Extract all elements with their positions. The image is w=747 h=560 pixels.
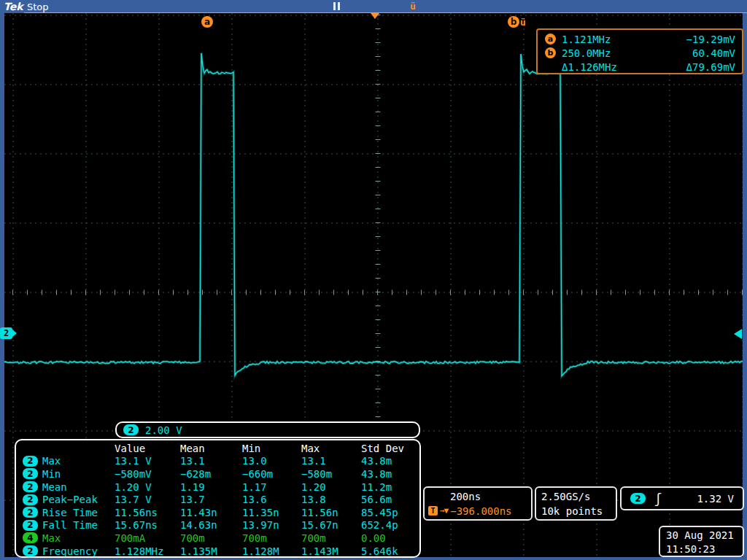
cursor-b-value: 60.40mV	[692, 47, 735, 59]
channel-badge: 2	[23, 481, 38, 492]
channel-badge: 2	[123, 424, 139, 435]
trigger-delay-value: −396.000ns	[450, 505, 511, 517]
measurement-value: 13.7 V	[115, 494, 180, 505]
measurements-panel: Value Mean Min Max Std Dev 2Max13.1 V13.…	[15, 439, 421, 558]
channel-badge: 2	[0, 327, 12, 339]
measurement-max: 1.20	[301, 481, 361, 493]
trigger-level-marker[interactable]	[734, 329, 742, 339]
measurement-row: 2Min−580mV−628m−660m−580m43.8m	[23, 467, 419, 481]
measurement-name: Max	[42, 532, 61, 544]
measurement-name: Rise Time	[42, 507, 98, 518]
cursor-delta-value: Δ79.69mV	[686, 61, 735, 73]
measurement-row: 2Frequency1.128MHz1.135M1.128M1.143M5.64…	[23, 545, 419, 558]
measurement-min: 13.6	[242, 494, 301, 505]
cursor-a-row: a 1.121MHz −19.29mV	[545, 32, 735, 46]
measurement-mean: 13.7	[180, 494, 242, 505]
measurement-stddev: 85.45p	[361, 507, 419, 518]
measurement-max: 13.1	[301, 455, 361, 467]
measurement-value: 700mA	[115, 532, 180, 544]
cursor-a-frequency: 1.121MHz	[562, 34, 611, 45]
measurement-min: −660m	[242, 468, 301, 480]
measurement-mean: 700m	[180, 532, 242, 544]
channel-badge: 2	[23, 507, 38, 518]
trigger-box[interactable]: 2 ʃ 1.32 V	[620, 486, 744, 510]
channel-badge: 4	[23, 532, 38, 543]
channel2-position-marker[interactable]: 2	[0, 327, 17, 339]
measurement-name: Min	[42, 468, 61, 480]
header-value: Value	[115, 443, 180, 454]
measurement-name: Max	[42, 455, 61, 467]
channel-badge: 2	[23, 456, 38, 467]
measurement-name: Mean	[42, 481, 67, 493]
cursor-a-flag[interactable]: a	[201, 16, 213, 28]
measurement-name: Frequency	[42, 545, 98, 557]
measurement-stddev: 11.2m	[361, 481, 419, 493]
measurement-min: 1.128M	[242, 545, 301, 557]
measurement-value: 15.67ns	[115, 519, 180, 531]
measurement-row: 2Peak−Peak13.7 V13.713.613.856.6m	[23, 493, 419, 506]
measurement-max: 700m	[301, 532, 361, 544]
trigger-flag-icon: T	[428, 506, 438, 516]
measurement-stddev: 43.8m	[361, 468, 419, 480]
top-bar: Tek Stop	[0, 0, 747, 13]
measurement-min: 700m	[242, 532, 301, 544]
measurement-stddev: 0.00	[361, 532, 419, 544]
trigger-slope-icon: ʃ	[654, 494, 662, 504]
measurement-mean: 1.19	[180, 481, 242, 493]
measurement-min: 1.17	[242, 481, 301, 493]
timebase-scale: 200ns	[428, 489, 527, 504]
channel-scale-box[interactable]: 2 2.00 V	[115, 421, 420, 438]
measurement-mean: −628m	[180, 468, 242, 480]
measurement-mean: 11.43n	[180, 507, 242, 518]
cursor-b-flag[interactable]: b	[508, 16, 519, 28]
measurement-value: −580mV	[115, 468, 180, 480]
measurement-max: 11.56n	[301, 507, 361, 518]
time-label: 11:50:23	[666, 542, 737, 556]
measurement-value: 1.20 V	[115, 481, 180, 493]
measurement-min: 13.97n	[242, 519, 301, 531]
cursor-readout: a 1.121MHz −19.29mV b 250.0MHz 60.40mV Δ…	[536, 28, 743, 74]
trigger-level-value: 1.32 V	[697, 493, 734, 505]
header-mean: Mean	[180, 443, 242, 454]
header-min: Min	[242, 443, 301, 454]
record-length: 10k points	[541, 504, 611, 518]
measurement-row: 2Mean1.20 V1.191.171.2011.2m	[23, 481, 419, 494]
measurement-row: 2Max13.1 V13.113.013.143.8m	[23, 455, 419, 468]
trigger-marker-icon: ü	[410, 1, 416, 12]
channel-badge: 2	[23, 520, 38, 531]
measurement-max: −580m	[301, 468, 361, 480]
channel-badge: 2	[23, 494, 38, 505]
measurement-stddev: 43.8m	[361, 455, 419, 467]
sample-rate: 2.50GS/s	[541, 489, 611, 504]
delay-arrows-icon: →▼	[440, 506, 448, 516]
measurement-row: 2Rise Time11.56ns11.43n11.35n11.56n85.45…	[23, 506, 419, 519]
trigger-position-icon	[371, 13, 379, 19]
date-label: 30 Aug 2021	[666, 529, 737, 542]
measurements-body: 2Max13.1 V13.113.013.143.8m2Min−580mV−62…	[23, 455, 419, 558]
cursor-b-badge: b	[545, 47, 556, 58]
measurement-stddev: 5.646k	[361, 545, 419, 557]
measurement-name: Fall Time	[42, 519, 98, 531]
acquisition-box: 2.50GS/s 10k points	[535, 486, 617, 521]
measurement-max: 13.8	[301, 494, 361, 505]
measurement-mean: 1.135M	[180, 545, 242, 557]
measurement-row: 4Max700mA700m700m700m0.00	[23, 532, 419, 545]
measurements-header: Value Mean Min Max Std Dev	[23, 442, 419, 455]
header-stddev: Std Dev	[361, 443, 419, 454]
waveform-trace	[4, 53, 743, 376]
measurement-mean: 13.1	[180, 455, 242, 467]
cursor-delta-row: Δ1.126MHz Δ79.69mV	[545, 60, 735, 74]
header-max: Max	[301, 443, 361, 454]
measurement-max: 1.143M	[301, 545, 361, 557]
timebase-box[interactable]: 200ns T →▼ −396.000ns	[423, 486, 533, 521]
waveform-trace	[4, 53, 743, 376]
trigger-delay-row: T →▼ −396.000ns	[428, 504, 527, 518]
pause-icon	[333, 2, 340, 10]
measurement-value: 11.56ns	[115, 507, 180, 518]
tek-logo: Tek	[4, 1, 23, 12]
cursor-b-row: b 250.0MHz 60.40mV	[545, 46, 735, 60]
datetime-box: 30 Aug 2021 11:50:23	[659, 526, 744, 557]
measurement-stddev: 56.6m	[361, 494, 419, 505]
measurement-value: 13.1 V	[115, 455, 180, 467]
cursor-a-value: −19.29mV	[686, 34, 735, 45]
